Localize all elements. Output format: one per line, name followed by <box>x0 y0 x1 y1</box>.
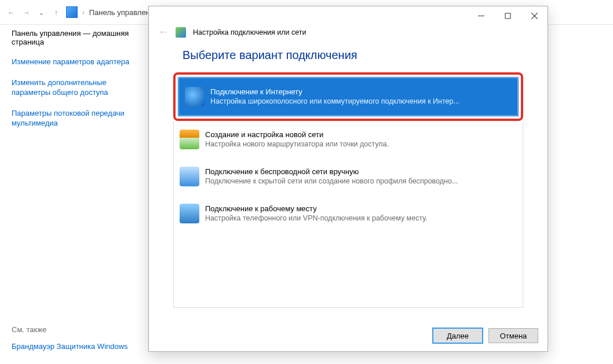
nav-up-icon[interactable]: ↑ <box>51 8 61 17</box>
option-title: Подключение к беспроводной сети вручную <box>205 167 458 177</box>
option-workplace[interactable]: Подключение к рабочему местуНастройка те… <box>174 195 523 232</box>
svg-rect-0 <box>505 13 510 19</box>
next-button[interactable]: Далее <box>433 328 483 343</box>
dialog-header: ← Настройка подключения или сети <box>149 25 548 46</box>
sidebar-link-streaming[interactable]: Параметры потоковой передачи мультимедиа <box>12 108 133 128</box>
dialog-title: Настройка подключения или сети <box>193 28 306 36</box>
option-desc: Настройка широкополосного или коммутируе… <box>210 97 459 106</box>
main-instruction: Выберите вариант подключения <box>149 46 548 72</box>
cancel-button[interactable]: Отмена <box>488 328 538 343</box>
see-also-firewall[interactable]: Брандмауэр Защитника Windows <box>12 342 128 351</box>
option-new-network[interactable]: Создание и настройка новой сетиНастройка… <box>174 121 523 158</box>
option-internet-icon <box>185 87 205 106</box>
wizard-dialog: ← Настройка подключения или сети Выберит… <box>148 6 548 352</box>
titlebar <box>149 6 548 25</box>
option-workplace-icon <box>180 204 199 223</box>
maximize-button[interactable] <box>494 6 521 25</box>
option-title: Подключение к Интернету <box>210 87 459 97</box>
option-title: Подключение к рабочему месту <box>205 204 428 214</box>
option-title: Создание и настройка новой сети <box>205 130 389 140</box>
control-panel-icon <box>66 6 78 18</box>
option-manual-wifi[interactable]: Подключение к беспроводной сети вручнуюП… <box>174 158 523 195</box>
chevron-right-icon: › <box>82 9 85 16</box>
network-setup-icon <box>176 27 186 38</box>
sidebar-home[interactable]: Панель управления — домашняя страница <box>12 29 133 46</box>
see-also-header: См. также <box>12 325 133 334</box>
sidebar-link-sharing[interactable]: Изменить дополнительные параметры общего… <box>12 78 133 98</box>
nav-forward-icon[interactable]: → <box>21 8 31 17</box>
option-manual-wifi-icon <box>180 167 199 186</box>
option-new-network-icon <box>180 130 199 149</box>
dialog-buttons: Далее Отмена <box>433 328 538 343</box>
option-desc: Настройка телефонного или VPN-подключени… <box>205 214 428 223</box>
nav-recent-icon[interactable]: ⌄ <box>36 8 46 17</box>
sidebar: Панель управления — домашняя страница Из… <box>12 29 133 128</box>
nav-back-icon[interactable]: ← <box>6 8 16 17</box>
see-also: См. также Брандмауэр Защитника Windows <box>12 325 133 351</box>
sidebar-link-adapter[interactable]: Изменение параметров адаптера <box>12 57 133 67</box>
minimize-button[interactable] <box>468 6 494 25</box>
option-internet[interactable]: Подключение к ИнтернетуНастройка широкоп… <box>178 78 518 116</box>
back-arrow-icon[interactable]: ← <box>158 26 169 38</box>
option-desc: Настройка нового маршрутизатора или точк… <box>205 139 389 149</box>
close-button[interactable] <box>521 6 548 25</box>
option-desc: Подключение к скрытой сети или создание … <box>205 177 458 186</box>
